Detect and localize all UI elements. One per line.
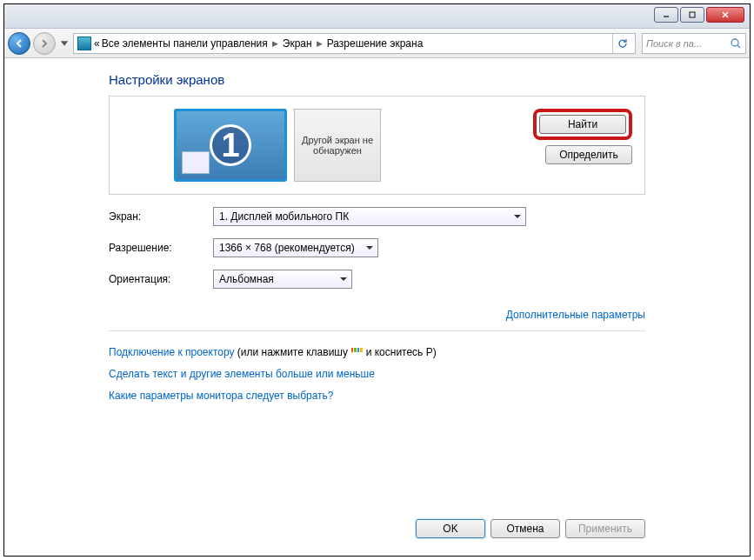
resolution-label: Разрешение: [109,242,213,254]
screen-select[interactable]: 1. Дисплей мобильного ПК [213,207,526,226]
svg-line-5 [737,45,740,48]
display-arrangement-box: 1 Другой экран не обнаружен Найти Опреде… [109,96,645,195]
page-title: Настройки экранов [109,72,645,87]
windows-key-icon [350,348,363,358]
refresh-button[interactable] [612,34,631,53]
orientation-select[interactable]: Альбомная [213,270,352,289]
identify-button[interactable]: Определить [545,145,632,164]
which-monitor-link[interactable]: Какие параметры монитора следует выбрать… [109,390,334,402]
chevron-right-icon: ▶ [272,39,278,48]
projector-hint-post: и коснитесь P) [363,346,436,358]
search-icon [730,37,742,50]
text-size-link[interactable]: Сделать текст и другие элементы больше и… [109,368,375,380]
navbar: « Все элементы панели управления ▶ Экран… [4,29,750,58]
breadcrumb-item-all[interactable]: Все элементы панели управления [100,37,270,50]
search-placeholder: Поиск в па... [646,38,702,49]
svg-point-4 [731,39,738,46]
monitor-1-preview[interactable]: 1 [174,109,287,182]
breadcrumb-item-resolution[interactable]: Разрешение экрана [325,37,425,50]
find-button[interactable]: Найти [539,115,626,134]
find-button-highlight: Найти [533,109,632,140]
cancel-button[interactable]: Отмена [490,519,560,538]
orientation-label: Ориентация: [109,273,213,285]
minimize-button[interactable] [654,7,678,23]
resolution-select[interactable]: 1366 × 768 (рекомендуется) [213,238,378,257]
other-screen-placeholder[interactable]: Другой экран не обнаружен [294,109,381,182]
titlebar [4,4,750,29]
apply-button[interactable]: Применить [565,519,645,538]
footer-buttons: OK Отмена Применить [416,519,645,538]
breadcrumb-item-screen[interactable]: Экран [281,37,314,50]
search-input[interactable]: Поиск в па... [642,33,746,54]
close-button[interactable] [706,7,744,23]
advanced-settings-link[interactable]: Дополнительные параметры [506,309,645,321]
nav-history-dropdown[interactable] [58,37,70,50]
projector-hint-pre: (или нажмите клавишу [235,346,351,358]
maximize-button[interactable] [680,7,704,23]
nav-back-button[interactable] [8,32,30,55]
breadcrumb[interactable]: « Все элементы панели управления ▶ Экран… [73,33,636,54]
control-panel-icon [77,37,91,50]
nav-forward-button[interactable] [33,32,56,55]
monitor-number: 1 [210,124,251,166]
svg-rect-1 [690,12,695,17]
screen-label: Экран: [109,210,213,223]
ok-button[interactable]: OK [416,519,485,538]
breadcrumb-root: « [94,37,100,50]
projector-link[interactable]: Подключение к проектору [109,346,235,358]
chevron-right-icon: ▶ [317,39,323,48]
